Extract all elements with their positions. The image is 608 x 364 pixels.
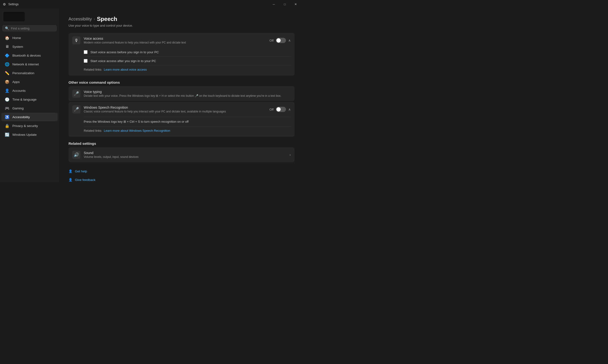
nav-icon-time: 🕐 (5, 97, 10, 102)
nav-icon-home: 🏠 (5, 35, 10, 40)
avatar (3, 12, 25, 21)
give-feedback-label: Give feedback (75, 178, 95, 182)
get-help-label: Get help (75, 169, 87, 173)
voice-access-related-links: Related links Learn more about voice acc… (84, 65, 291, 72)
breadcrumb-current: Speech (97, 16, 117, 22)
sidebar-item-update[interactable]: 🔄 Windows Update (1, 130, 58, 139)
related-settings-title: Related settings (68, 142, 294, 145)
voice-typing-icon: 🎤 (72, 90, 80, 98)
breadcrumb: Accessibility › Speech (68, 16, 294, 22)
related-links-label-1: Related links (84, 68, 101, 71)
voice-typing-title: Voice typing (84, 90, 291, 94)
learn-more-speech-recognition-link[interactable]: Learn more about Windows Speech Recognit… (104, 129, 170, 132)
nav-icon-privacy: 🔒 (5, 123, 10, 128)
nav-label-time: Time & language (12, 98, 37, 101)
close-button[interactable]: ✕ (290, 1, 301, 8)
sidebar-item-personalization[interactable]: ✏️ Personalization (1, 69, 58, 77)
voice-access-toggle-label: Off (269, 39, 274, 42)
checkbox-label-2: Start voice access after you sign in to … (90, 59, 156, 63)
learn-more-voice-access-link[interactable]: Learn more about voice access (104, 68, 147, 71)
checkbox-row-1: Start voice access before you sign in to… (84, 48, 291, 56)
nav-icon-update: 🔄 (5, 132, 10, 137)
search-input[interactable] (11, 27, 54, 30)
voice-access-info: Voice access Modern voice command featur… (84, 37, 266, 44)
title-bar-controls: ─ □ ✕ (268, 1, 301, 8)
windows-speech-icon: 🎤 (72, 105, 80, 113)
sidebar-item-gaming[interactable]: 🎮 Gaming (1, 104, 58, 112)
windows-speech-header[interactable]: 🎤 Windows Speech Recognition Classic voi… (68, 102, 294, 117)
voice-typing-desc: Dictate text with your voice. Press the … (84, 94, 291, 97)
sidebar: 🔍 🏠 Home 🖥 System 🔷 Bluetooth & devices … (0, 9, 59, 182)
nav-label-bluetooth: Bluetooth & devices (12, 54, 41, 57)
get-help-link[interactable]: 👤 Get help (68, 167, 294, 175)
voice-access-chevron[interactable]: ∧ (288, 39, 291, 42)
voice-access-desc: Modern voice command feature to help you… (84, 41, 266, 44)
nav-icon-apps: 📦 (5, 79, 10, 84)
minimize-button[interactable]: ─ (268, 1, 279, 8)
windows-speech-info: Windows Speech Recognition Classic voice… (84, 105, 266, 113)
settings-icon: ⚙ (3, 2, 6, 6)
windows-speech-info-row: Press the Windows logo key ⊞ + Ctrl + S … (84, 117, 291, 126)
nav-icon-bluetooth: 🔷 (5, 53, 10, 58)
nav-label-privacy: Privacy & security (12, 124, 38, 128)
sidebar-item-apps[interactable]: 📦 Apps (1, 78, 58, 86)
voice-access-card: 🎙 Voice access Modern voice command feat… (68, 33, 294, 76)
sound-card[interactable]: 🔊 Sound Volume levels, output, input, so… (68, 147, 294, 162)
nav-label-personalization: Personalization (12, 71, 34, 75)
get-help-icon: 👤 (68, 169, 73, 173)
windows-speech-right: Off ∧ (269, 107, 291, 112)
sidebar-item-network[interactable]: 🌐 Network & internet (1, 60, 58, 68)
breadcrumb-parent[interactable]: Accessibility (68, 17, 92, 22)
main-content: Accessibility › Speech Use your voice to… (59, 9, 304, 182)
windows-speech-desc: Classic voice command feature to help yo… (84, 110, 266, 113)
sound-title: Sound (84, 151, 286, 155)
nav-container: 🏠 Home 🖥 System 🔷 Bluetooth & devices 🌐 … (0, 33, 59, 139)
windows-speech-related-links: Related links Learn more about Windows S… (84, 126, 291, 133)
bottom-links: 👤 Get help 👤 Give feedback (68, 167, 294, 182)
sidebar-item-accounts[interactable]: 👤 Accounts (1, 86, 58, 95)
search-icon: 🔍 (5, 26, 9, 30)
sound-icon: 🔊 (72, 151, 80, 159)
windows-speech-card: 🎤 Windows Speech Recognition Classic voi… (68, 102, 294, 137)
sound-arrow-icon: › (290, 153, 291, 157)
nav-icon-network: 🌐 (5, 62, 10, 66)
windows-speech-title: Windows Speech Recognition (84, 105, 266, 109)
title-bar-left: ⚙ Settings (3, 2, 19, 6)
voice-access-body: Start voice access before you sign in to… (68, 48, 294, 76)
nav-icon-personalization: ✏️ (5, 71, 10, 75)
checkbox-sign-in-after[interactable] (84, 59, 88, 63)
sidebar-item-system[interactable]: 🖥 System (1, 42, 58, 51)
sidebar-item-accessibility[interactable]: ♿ Accessibility (1, 113, 58, 121)
search-box[interactable]: 🔍 (2, 25, 57, 31)
windows-speech-toggle-label: Off (269, 108, 274, 111)
sidebar-item-bluetooth[interactable]: 🔷 Bluetooth & devices (1, 51, 58, 60)
nav-icon-accessibility: ♿ (5, 115, 10, 119)
checkbox-sign-in-before[interactable] (84, 50, 88, 54)
voice-access-right: Off ∧ (269, 38, 291, 43)
sidebar-item-time[interactable]: 🕐 Time & language (1, 95, 58, 104)
sound-desc: Volume levels, output, input, sound devi… (84, 155, 286, 159)
windows-speech-chevron[interactable]: ∧ (288, 107, 291, 111)
related-links-label-2: Related links (84, 129, 101, 132)
sidebar-item-home[interactable]: 🏠 Home (1, 34, 58, 42)
nav-label-apps: Apps (12, 80, 20, 84)
voice-access-title: Voice access (84, 37, 266, 40)
voice-access-icon: 🎙 (72, 36, 80, 44)
windows-speech-body: Press the Windows logo key ⊞ + Ctrl + S … (68, 117, 294, 137)
title-bar: ⚙ Settings ─ □ ✕ (0, 0, 304, 9)
voice-typing-card: 🎤 Voice typing Dictate text with your vo… (68, 86, 294, 101)
other-voice-section-title: Other voice command options (68, 80, 294, 84)
sidebar-item-privacy[interactable]: 🔒 Privacy & security (1, 121, 58, 130)
nav-label-gaming: Gaming (12, 106, 24, 110)
voice-access-toggle[interactable] (276, 38, 286, 43)
give-feedback-link[interactable]: 👤 Give feedback (68, 175, 294, 182)
maximize-button[interactable]: □ (279, 1, 290, 8)
sound-info: Sound Volume levels, output, input, soun… (84, 151, 286, 159)
voice-access-header[interactable]: 🎙 Voice access Modern voice command feat… (68, 33, 294, 48)
voice-typing-header[interactable]: 🎤 Voice typing Dictate text with your vo… (68, 86, 294, 101)
breadcrumb-separator: › (94, 17, 95, 21)
windows-speech-toggle[interactable] (276, 107, 286, 112)
nav-label-system: System (12, 45, 23, 49)
voice-typing-info: Voice typing Dictate text with your voic… (84, 90, 291, 97)
nav-icon-accounts: 👤 (5, 88, 10, 93)
